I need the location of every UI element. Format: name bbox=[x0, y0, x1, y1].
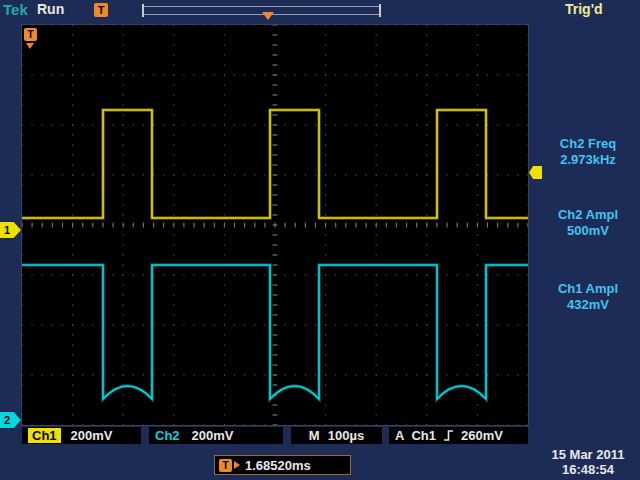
trigger-position-icon bbox=[262, 12, 274, 20]
measurement-value: 2.973kHz bbox=[536, 152, 640, 168]
trigger-mode-label: A bbox=[395, 428, 404, 443]
right-arrow-icon bbox=[234, 461, 240, 469]
acquisition-status: Run bbox=[37, 1, 64, 17]
trigger-status: Trig'd bbox=[565, 1, 603, 17]
ch2-ground-marker: 2 bbox=[0, 412, 21, 428]
trigger-marker-icon: T bbox=[94, 3, 108, 17]
date-text: 15 Mar 2011 bbox=[538, 447, 638, 462]
measurement-label: Ch2 Freq bbox=[536, 136, 640, 152]
trigger-time-marker-icon: T bbox=[24, 28, 37, 41]
ch1-ground-marker: 1 bbox=[0, 222, 21, 238]
ch1-scale-readout: Ch1 200mV bbox=[22, 427, 141, 444]
measurement-ch2-freq: Ch2 Freq 2.973kHz bbox=[536, 136, 640, 168]
timebase-readout: M 100µs bbox=[291, 427, 382, 444]
ch1-volts-per-div: 200mV bbox=[71, 428, 113, 443]
measurement-ch2-ampl: Ch2 Ampl 500mV bbox=[536, 207, 640, 239]
horizontal-position-readout: T 1.68520ms bbox=[214, 455, 351, 475]
graticule: T bbox=[22, 25, 528, 425]
trigger-level-value: 260mV bbox=[461, 428, 503, 443]
oscilloscope-screen: Tek Run T Trig'd T 1 2 Ch2 Freq 2.973kHz… bbox=[0, 0, 640, 480]
measurement-ch1-ampl: Ch1 Ampl 432mV bbox=[536, 281, 640, 313]
trigger-position-marker-icon: T bbox=[219, 459, 232, 472]
time-text: 16:48:54 bbox=[538, 462, 638, 477]
ch2-volts-per-div: 200mV bbox=[192, 428, 234, 443]
trigger-time-arrow-icon bbox=[26, 43, 34, 49]
rising-edge-icon bbox=[443, 429, 454, 442]
tek-logo: Tek bbox=[3, 1, 28, 18]
trigger-readout: A Ch1 260mV bbox=[389, 427, 528, 444]
waveform-display bbox=[22, 25, 528, 425]
trigger-position-value: 1.68520ms bbox=[245, 458, 311, 473]
measurement-label: Ch1 Ampl bbox=[536, 281, 640, 297]
measurement-value: 500mV bbox=[536, 223, 640, 239]
time-per-div: 100µs bbox=[328, 428, 364, 443]
ch2-scale-readout: Ch2 200mV bbox=[149, 427, 283, 444]
timebase-label: M bbox=[309, 428, 320, 443]
trigger-source: Ch1 bbox=[411, 428, 436, 443]
datetime-readout: 15 Mar 2011 16:48:54 bbox=[538, 447, 638, 477]
measurement-value: 432mV bbox=[536, 297, 640, 313]
ch2-label: Ch2 bbox=[155, 428, 180, 443]
ch1-label-badge: Ch1 bbox=[28, 428, 61, 443]
measurement-label: Ch2 Ampl bbox=[536, 207, 640, 223]
